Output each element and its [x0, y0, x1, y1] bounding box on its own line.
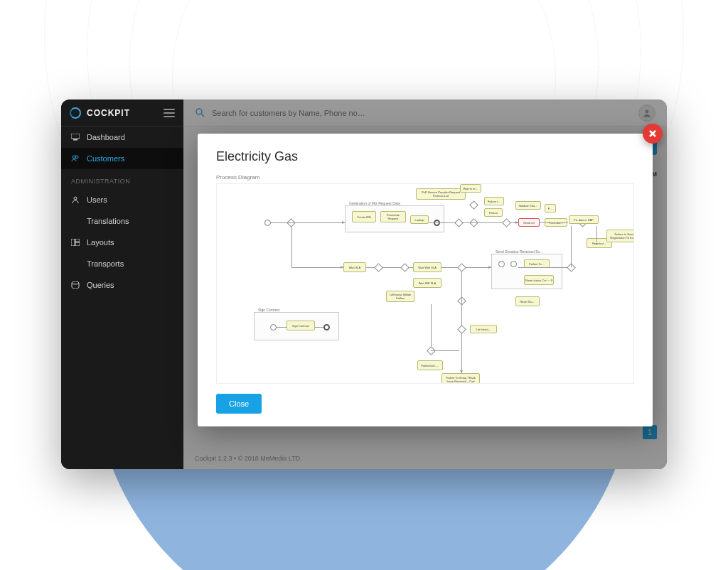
lane-title: Generation of MG Request Data	[348, 201, 402, 205]
sidebar-item-customers[interactable]: Customers	[61, 148, 183, 169]
sidebar: COCKPIT Dashboard Customers ADMINISTRATI…	[61, 100, 183, 469]
svg-point-2	[73, 156, 75, 158]
sidebar-item-layouts[interactable]: Layouts	[61, 232, 183, 253]
close-icon[interactable]	[643, 124, 663, 144]
svg-rect-7	[75, 242, 80, 246]
sidebar-item-label: Transports	[87, 259, 124, 268]
task: Fix data in SAP	[569, 215, 599, 224]
task: Lookup	[410, 215, 429, 224]
task: Validate Cha…	[515, 201, 541, 210]
task: PoD Service Provider Request Formula Lis…	[416, 188, 466, 200]
task: Wait to re…	[460, 184, 481, 193]
process-diagram-modal: Electricity Gas Process Diagram Generati…	[198, 134, 653, 426]
sidebar-item-label: Translations	[87, 217, 129, 225]
layouts-icon	[71, 239, 80, 246]
sidebar-item-queries[interactable]: Queries	[61, 274, 183, 296]
intermediate-event	[510, 261, 517, 267]
task: Failed but L…	[417, 360, 443, 370]
sidebar-item-transports[interactable]: Transports	[61, 253, 183, 274]
sidebar-item-translations[interactable]: Translations	[61, 210, 183, 232]
task: Create MG	[352, 211, 376, 222]
svg-point-3	[75, 156, 78, 158]
svg-point-4	[74, 197, 77, 200]
sidebar-item-label: Users	[87, 195, 107, 204]
task: Let Initiati…	[470, 325, 497, 333]
modal-subtitle: Process Diagram	[216, 174, 634, 181]
intermediate-event	[498, 261, 505, 267]
user-icon	[71, 196, 80, 203]
sidebar-header: COCKPIT	[61, 100, 183, 127]
svg-rect-5	[71, 239, 75, 246]
close-button[interactable]: Close	[216, 394, 262, 414]
app-window: COCKPIT Dashboard Customers ADMINISTRATI…	[61, 100, 667, 469]
start-event	[270, 324, 277, 330]
svg-rect-1	[73, 139, 77, 141]
task: Reset status Cnt → 0	[524, 275, 554, 285]
dashboard-icon	[71, 134, 80, 141]
sidebar-item-label: Queries	[87, 281, 114, 289]
task: Sign Contract	[287, 321, 315, 330]
modal-title: Electricity Gas	[216, 149, 634, 164]
logo-icon	[70, 107, 81, 119]
lane-title: Sign Contract	[257, 308, 281, 312]
brand-text: COCKPIT	[87, 108, 130, 118]
sidebar-item-users[interactable]: Users	[61, 189, 183, 210]
gateway	[469, 200, 478, 210]
sidebar-item-dashboard[interactable]: Dashboard	[61, 127, 183, 148]
sidebar-item-label: Customers	[87, 154, 124, 163]
task: Reset Stu…	[515, 296, 540, 306]
task: Send Let	[518, 218, 540, 227]
sidebar-group-administration: ADMINISTRATION	[61, 169, 183, 189]
menu-toggle-icon[interactable]	[164, 109, 175, 117]
sidebar-item-label: Layouts	[87, 238, 114, 247]
task: F…	[545, 204, 556, 213]
svg-rect-0	[71, 134, 80, 139]
start-event	[264, 220, 271, 226]
task: Failure	[484, 208, 503, 217]
queries-icon	[71, 281, 80, 289]
end-event	[323, 324, 330, 330]
svg-rect-6	[75, 239, 80, 242]
process-diagram[interactable]: Generation of MG Request Data Send Situa…	[216, 183, 634, 384]
task: Failure To Setup TRask Issue Received _ …	[441, 373, 480, 384]
task: Wait SLA	[343, 262, 366, 272]
task: Formulate Request	[380, 211, 406, 222]
task: Failure t…	[484, 197, 504, 205]
main-area: + New DIAGRAM 1 Cockpit 1.2.3 • © 2018 M…	[183, 100, 667, 469]
svg-point-8	[72, 281, 79, 284]
task: Wait With SLA	[413, 262, 441, 272]
lane-title: Send Situation Received Su…	[494, 249, 545, 254]
task: Lufthansa Syllabi Follow	[386, 291, 414, 302]
task: Wait IND SLA	[413, 278, 441, 288]
task: Failure to Send Registration To Invo…	[606, 230, 634, 242]
customers-icon	[71, 155, 80, 162]
sidebar-item-label: Dashboard	[87, 133, 125, 141]
